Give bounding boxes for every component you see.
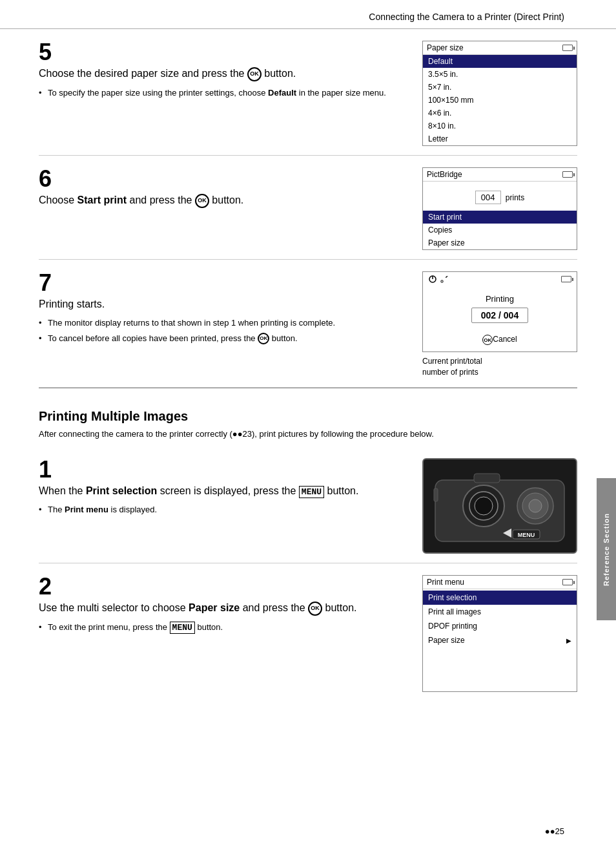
header-title: Connecting the Camera to a Printer (Dire… <box>369 12 564 22</box>
pictbridge-screen: PictBridge 004 prints Start print Copies… <box>422 167 577 250</box>
step-5-bullet-1: To specify the paper size using the prin… <box>39 87 409 100</box>
printing-multiple-intro: After connecting the camera to the print… <box>39 428 577 441</box>
step-5-number: 5 <box>39 41 409 64</box>
paper-size-screen: Paper size Default 3.5×5 in. 5×7 in. 100… <box>422 41 577 146</box>
camera-menu-graphic: MENU <box>422 458 577 554</box>
printing-count: 002 / 004 <box>471 308 528 323</box>
printing-label: Printing <box>428 294 571 304</box>
print-menu-empty-2 <box>423 662 577 676</box>
step-5-bullets: To specify the paper size using the prin… <box>39 87 409 100</box>
menu-key-1: MENU <box>299 486 324 498</box>
page-footer: ●●25 <box>0 817 616 843</box>
printing-caption: Current print/totalnumber of prints <box>422 356 577 378</box>
ok-icon-7b: OK <box>258 333 269 344</box>
ok-cancel-icon: OK <box>482 335 493 345</box>
step-7-right: Printing 002 / 004 OKCancel Current prin… <box>422 271 577 378</box>
pictbridge-count: 004 <box>475 191 501 204</box>
step-7-left: 7 Printing starts. The monitor display r… <box>39 271 409 347</box>
step-5-title: Choose the desired paper size and press … <box>39 67 409 81</box>
printing-cancel: OKCancel <box>428 335 571 345</box>
sub-step-2-right: Print menu Print selection Print all ima… <box>422 575 577 692</box>
printing-icons-left <box>428 275 449 284</box>
battery-icon-7 <box>561 276 571 282</box>
print-menu-papersize-label: Paper size <box>428 636 465 645</box>
print-menu-row-papersize: Paper size ▶ <box>423 633 577 647</box>
battery-icon-s2 <box>562 579 573 585</box>
pictbridge-center: 004 prints <box>423 182 577 211</box>
paper-size-row-letter: Letter <box>423 132 577 145</box>
page-header: Connecting the Camera to a Printer (Dire… <box>0 0 616 29</box>
ok-icon-5: OK <box>247 67 262 81</box>
sub-step-1-bullet-1: The Print menu is displayed. <box>39 503 409 516</box>
sidebar-tab-label: Reference Section <box>602 513 610 586</box>
sub-step-2-left: 2 Use the multi selector to choose Paper… <box>39 575 409 692</box>
step-5-right: Paper size Default 3.5×5 in. 5×7 in. 100… <box>422 41 577 146</box>
wrench-icon <box>440 275 449 284</box>
paper-size-row-100x150: 100×150 mm <box>423 94 577 107</box>
step-7-bullets: The monitor display returns to that show… <box>39 317 409 344</box>
print-menu-row-selection: Print selection <box>423 591 577 605</box>
print-menu-empty-3 <box>423 676 577 690</box>
sub-step-2-bullets: To exit the print menu, press the MENU b… <box>39 621 409 634</box>
step-6-number: 6 <box>39 167 409 191</box>
paper-size-screen-header: Paper size <box>423 41 577 55</box>
print-menu-rows: Print selection Print all images DPOF pr… <box>423 589 577 691</box>
svg-point-6 <box>475 497 493 515</box>
print-menu-row-all: Print all images <box>423 605 577 619</box>
paper-size-title: Paper size <box>427 43 464 52</box>
sub-step-2-title: Use the multi selector to choose Paper s… <box>39 601 409 616</box>
step-7-title: Printing starts. <box>39 297 409 311</box>
sub-step-1-bullets: The Print menu is displayed. <box>39 503 409 516</box>
svg-rect-14 <box>434 488 438 501</box>
pictbridge-title: PictBridge <box>427 170 462 179</box>
printing-multiple-section: Printing Multiple Images After connectin… <box>39 388 577 702</box>
camera-svg: MENU <box>429 464 571 548</box>
svg-point-9 <box>529 499 542 512</box>
step-7-bullet-2: To cancel before all copies have been pr… <box>39 332 409 345</box>
paper-size-row-default: Default <box>423 55 577 68</box>
printing-screen: Printing 002 / 004 OKCancel <box>422 271 577 352</box>
sub-step-1-number: 1 <box>39 458 409 481</box>
menu-key-2: MENU <box>170 622 195 634</box>
page-container: Connecting the Camera to a Printer (Dire… <box>0 0 616 849</box>
printing-screen-header <box>423 272 577 285</box>
step-6-right: PictBridge 004 prints Start print Copies… <box>422 167 577 250</box>
sidebar-tab: Reference Section <box>597 478 616 620</box>
pictbridge-prints-label: prints <box>506 193 524 202</box>
pictbridge-paper-size: Paper size <box>423 236 577 249</box>
step-7-number: 7 <box>39 271 409 295</box>
ok-icon-s2: OK <box>308 602 322 616</box>
paper-size-row-5x7: 5×7 in. <box>423 81 577 94</box>
print-menu-title: Print menu <box>427 578 464 587</box>
printing-body: Printing 002 / 004 OKCancel <box>423 285 577 351</box>
power-icon <box>428 275 437 284</box>
battery-icon-6 <box>562 171 573 178</box>
arrow-right-icon: ▶ <box>566 637 571 644</box>
step-6-section: 6 Choose Start print and press the OK bu… <box>39 156 577 260</box>
print-menu-screen: Print menu Print selection Print all ima… <box>422 575 577 692</box>
pictbridge-start-print: Start print <box>423 211 577 224</box>
sub-step-2-section: 2 Use the multi selector to choose Paper… <box>39 563 577 701</box>
step-7-bullet-1: The monitor display returns to that show… <box>39 317 409 330</box>
svg-text:MENU: MENU <box>518 532 535 538</box>
paper-size-row-4x6: 4×6 in. <box>423 107 577 120</box>
sub-step-1-right: MENU <box>422 458 577 554</box>
printing-multiple-heading: Printing Multiple Images <box>39 404 577 424</box>
svg-rect-13 <box>474 474 500 483</box>
step-5-section: 5 Choose the desired paper size and pres… <box>39 29 577 156</box>
step-7-section: 7 Printing starts. The monitor display r… <box>39 260 577 388</box>
print-menu-row-dpof: DPOF printing <box>423 619 577 633</box>
print-menu-empty-1 <box>423 647 577 662</box>
battery-icon-5 <box>562 45 573 51</box>
sub-step-2-bullet-1: To exit the print menu, press the MENU b… <box>39 621 409 634</box>
paper-size-row-35x5: 3.5×5 in. <box>423 68 577 81</box>
print-menu-header: Print menu <box>423 576 577 589</box>
sub-step-1-title: When the Print selection screen is displ… <box>39 484 409 498</box>
page-number: ●●25 <box>545 826 564 836</box>
paper-size-row-8x10: 8×10 in. <box>423 120 577 132</box>
step-6-title: Choose Start print and press the OK butt… <box>39 193 409 208</box>
pictbridge-copies: Copies <box>423 224 577 236</box>
step-6-left: 6 Choose Start print and press the OK bu… <box>39 167 409 250</box>
svg-rect-2 <box>441 280 443 282</box>
sub-step-2-number: 2 <box>39 575 409 598</box>
